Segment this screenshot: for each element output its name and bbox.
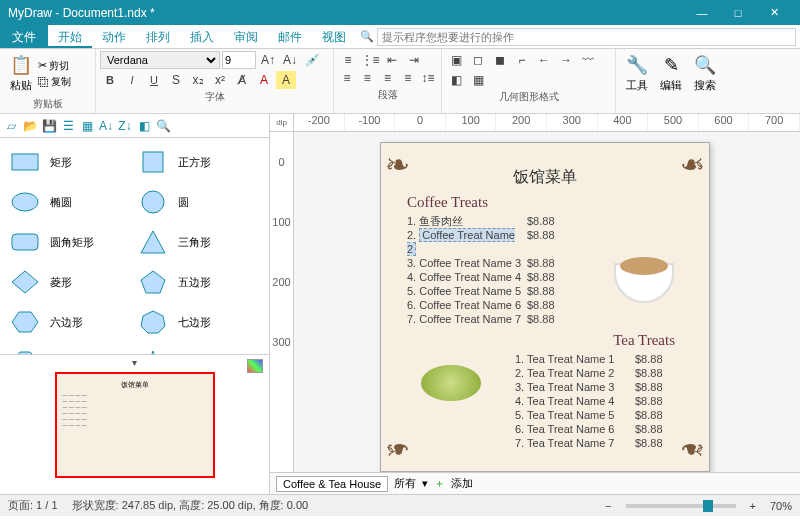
menu-row[interactable]: 4. Tea Treat Name 4$8.88 [515,394,695,408]
filter-all[interactable]: 所有 [394,476,416,491]
tell-me-input[interactable] [377,28,796,46]
style-gallery-button[interactable]: ▦ [468,71,488,89]
shape-collapse-icon[interactable]: ◧ [135,117,153,135]
eyedropper-button[interactable]: 💉 [302,51,322,69]
outdent-button[interactable]: ⇤ [382,51,402,69]
maximize-button[interactable]: □ [720,0,756,25]
corner-button[interactable]: ⌐ [512,51,532,69]
subscript-button[interactable]: x₂ [188,71,208,89]
tools-button[interactable]: 🔧工具 [620,51,654,95]
bold-button[interactable]: B [100,71,120,89]
shape-item[interactable]: 椭圆 [4,182,132,222]
shape-save-icon[interactable]: 💾 [40,117,58,135]
arrow-end-button[interactable]: → [556,51,576,69]
menu-row[interactable]: 1. Tea Treat Name 1$8.88 [515,352,695,366]
arrow-start-button[interactable]: ← [534,51,554,69]
menu-row[interactable]: 2. Tea Treat Name 2$8.88 [515,366,695,380]
menu-row[interactable]: 3. Tea Treat Name 3$8.88 [515,380,695,394]
shape-item[interactable]: 圆 [132,182,260,222]
shadow-button[interactable]: ◼ [490,51,510,69]
cut-button[interactable]: ✂剪切 [38,59,71,73]
section-coffee[interactable]: Coffee Treats [407,194,695,211]
align-right-button[interactable]: ≡ [378,69,396,87]
tea-image[interactable] [401,353,501,423]
shape-item[interactable]: 矩形 [4,142,132,182]
ribbon-tab[interactable]: 排列 [136,25,180,48]
search-button[interactable]: 🔍搜索 [688,51,722,95]
decrease-font-button[interactable]: A↓ [280,51,300,69]
menu-row[interactable]: 2. Coffee Treat Name 2$8.88 [407,228,695,256]
superscript-button[interactable]: x² [210,71,230,89]
font-color-button[interactable]: A [254,71,274,89]
shape-grid-icon[interactable]: ▦ [78,117,96,135]
indent-button[interactable]: ⇥ [404,51,424,69]
ribbon-tab[interactable]: 动作 [92,25,136,48]
shape-item[interactable]: 圆角矩形 [4,222,132,262]
ribbon-tab[interactable]: 插入 [180,25,224,48]
chevron-down-icon[interactable]: ▾ [422,477,428,490]
palette-icon[interactable] [247,359,263,373]
highlight-button[interactable]: A [276,71,296,89]
close-button[interactable]: ✕ [756,0,792,25]
shape-search-icon[interactable]: 🔍 [154,117,172,135]
shape-item[interactable]: 五角星 [132,342,260,354]
outline-button[interactable]: ◻ [468,51,488,69]
ribbon-tab[interactable]: 视图 [312,25,356,48]
menu-title[interactable]: 饭馆菜单 [395,167,695,188]
clear-format-button[interactable]: A̸ [232,71,252,89]
shape-item[interactable]: 六边形 [4,302,132,342]
magnifier-icon: 🔍 [694,54,716,76]
edit-button[interactable]: ✎编辑 [654,51,688,95]
shape-open-icon[interactable]: 📂 [21,117,39,135]
svg-rect-0 [12,154,38,170]
align-left-button[interactable]: ≡ [338,69,356,87]
minimize-button[interactable]: — [684,0,720,25]
shape-item[interactable]: 菱形 [4,262,132,302]
zoom-slider[interactable] [626,504,736,508]
shape-icon [136,268,170,296]
shape-item[interactable]: 三角形 [132,222,260,262]
numbering-button[interactable]: ⋮≡ [360,51,380,69]
underline-button[interactable]: U [144,71,164,89]
ribbon-tab[interactable]: 邮件 [268,25,312,48]
shape-item[interactable]: 正方形 [132,142,260,182]
section-tea[interactable]: Tea Treats [395,332,675,349]
shape-item[interactable]: 七边形 [132,302,260,342]
font-name-select[interactable]: Verdana [100,51,220,69]
justify-button[interactable]: ≡ [399,69,417,87]
coffee-image[interactable] [599,253,689,323]
zoom-out-button[interactable]: − [605,500,611,512]
page-tab[interactable]: Coffee & Tea House [276,476,388,492]
fill-button[interactable]: ▣ [446,51,466,69]
italic-button[interactable]: I [122,71,142,89]
shape-item[interactable]: 五边形 [132,262,260,302]
menu-row[interactable]: 1. 鱼香肉丝$8.88 [407,214,695,228]
paste-button[interactable]: 📋粘贴 [4,51,38,95]
add-page-label[interactable]: 添加 [451,476,473,491]
bullets-button[interactable]: ≡ [338,51,358,69]
shape-sort-az-icon[interactable]: A↓ [97,117,115,135]
menu-row[interactable]: 5. Tea Treat Name 5$8.88 [515,408,695,422]
strike-button[interactable]: S [166,71,186,89]
ribbon-tab[interactable]: 审阅 [224,25,268,48]
add-page-icon[interactable]: ＋ [434,476,445,491]
copy-button[interactable]: ⿻复制 [38,75,71,89]
shape-new-icon[interactable]: ▱ [2,117,20,135]
shape-label: 六边形 [50,315,83,330]
canvas[interactable]: dip -200-1000100200300400500600700 01002… [270,114,800,494]
document-page[interactable]: ❧ ❧ ❧ ❧ 饭馆菜单 Coffee Treats 1. 鱼香肉丝$8.882… [380,142,710,472]
page-thumbnail[interactable]: 饭馆菜单 — — — —— — — —— — — —— — — —— — — —… [55,372,215,478]
shape-list-icon[interactable]: ☰ [59,117,77,135]
increase-font-button[interactable]: A↑ [258,51,278,69]
thumb-dropdown-icon[interactable]: ▾ [132,357,137,368]
font-size-input[interactable] [222,51,256,69]
theme-button[interactable]: ◧ [446,71,466,89]
shape-item[interactable]: 八边形 [4,342,132,354]
file-tab[interactable]: 文件 [0,25,48,48]
line-style-button[interactable]: 〰 [578,51,598,69]
ribbon-tab[interactable]: 开始 [48,25,92,48]
align-center-button[interactable]: ≡ [358,69,376,87]
line-spacing-button[interactable]: ↕≡ [419,69,437,87]
zoom-in-button[interactable]: + [750,500,756,512]
shape-sort-za-icon[interactable]: Z↓ [116,117,134,135]
